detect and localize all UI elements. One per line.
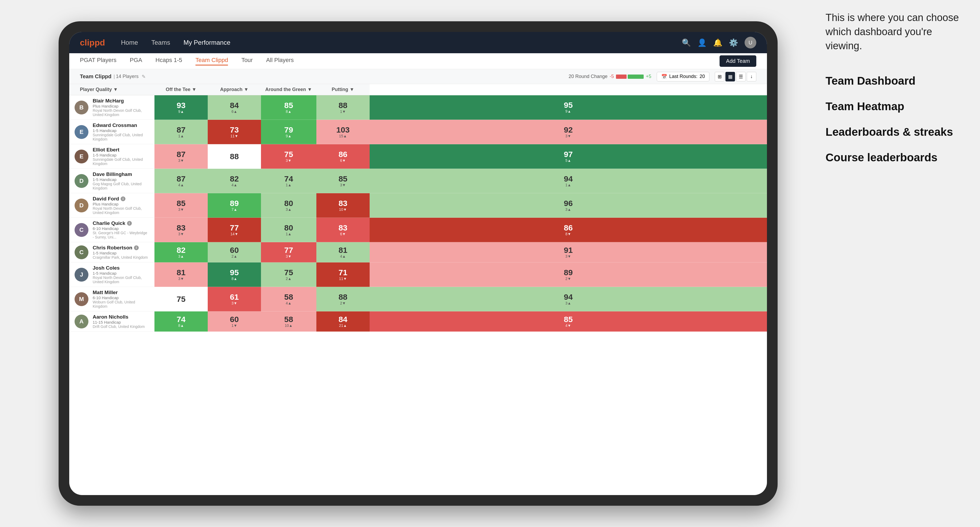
score-cell-3-1: 82 4▲ (208, 169, 261, 193)
col-header-player[interactable]: Player Quality ▼ (69, 84, 154, 95)
subnav-tour[interactable]: Tour (241, 57, 253, 65)
col-header-tee[interactable]: Off the Tee ▼ (154, 84, 208, 95)
score-box-9-3: 84 21▲ (317, 312, 370, 331)
subnav: PGAT Players PGA Hcaps 1-5 Team Clippd T… (69, 53, 767, 69)
player-cell-5[interactable]: C Charlie Quick i 6-10 Handicap St. Geor… (69, 218, 154, 242)
score-cell-5-3: 83 6▼ (317, 218, 370, 242)
score-cell-7-2: 75 2▲ (261, 262, 317, 287)
user-avatar[interactable]: U (745, 37, 756, 48)
score-change: 5▲ (565, 158, 571, 163)
score-number-0-1: 84 (230, 102, 239, 110)
edit-team-icon[interactable]: ✎ (142, 74, 146, 79)
score-box-2-0: 87 3▼ (154, 147, 208, 166)
team-separator: | (114, 74, 115, 79)
nav-link-home[interactable]: Home (121, 39, 138, 46)
score-number-7-0: 81 (177, 268, 185, 276)
nav-link-teams[interactable]: Teams (151, 39, 170, 46)
score-box-4-3: 83 10▼ (317, 196, 370, 215)
score-number-9-2: 58 (284, 316, 293, 323)
heatmap-view-button[interactable]: ▦ (725, 72, 735, 81)
subnav-hcaps[interactable]: Hcaps 1-5 (156, 57, 182, 65)
score-change: 4▲ (231, 183, 237, 187)
team-name: Team Clippd (80, 73, 111, 79)
annotation-area: This is where you can choose which dashb… (826, 11, 964, 177)
score-number-8-3: 88 (339, 293, 347, 301)
profile-icon[interactable]: 👤 (697, 38, 707, 47)
player-cell-6[interactable]: C Chris Robertson i 1-5 Handicap Craigmi… (69, 242, 154, 262)
add-team-button[interactable]: Add Team (719, 56, 756, 67)
nav-link-my-performance[interactable]: My Performance (183, 39, 231, 46)
score-change: 2▲ (286, 276, 291, 281)
subnav-team-clippd[interactable]: Team Clippd (196, 57, 228, 65)
col-header-approach[interactable]: Approach ▼ (208, 84, 261, 95)
score-change: 6▼ (340, 232, 346, 236)
bar-green (628, 75, 644, 79)
score-number-4-4: 96 (564, 199, 573, 207)
score-cell-8-1: 61 3▼ (208, 287, 261, 311)
round-change-text: 20 Round Change (568, 74, 608, 79)
score-cell-6-4: 91 3▼ (370, 242, 767, 262)
score-change: 8▲ (231, 276, 237, 281)
annotation-intro-text: This is where you can choose which dashb… (826, 11, 964, 53)
score-change: 1▲ (565, 183, 571, 187)
score-change: 11▼ (339, 276, 347, 281)
subnav-pga[interactable]: PGA (130, 57, 142, 65)
score-box-6-3: 81 4▲ (317, 243, 370, 262)
download-button[interactable]: ↓ (747, 72, 756, 81)
col-header-putting[interactable]: Putting ▼ (317, 84, 370, 95)
score-box-9-0: 74 8▲ (154, 312, 208, 331)
score-number-5-1: 77 (230, 224, 239, 232)
player-avatar-7: J (75, 268, 88, 282)
score-cell-3-4: 94 1▲ (370, 169, 767, 193)
player-name-9: Aaron Nicholls (93, 314, 145, 320)
player-cell-4[interactable]: D David Ford i Plus Handicap Royal North… (69, 193, 154, 218)
score-cell-2-4: 97 5▲ (370, 144, 767, 169)
score-number-5-3: 83 (339, 224, 347, 232)
subnav-pgat-players[interactable]: PGAT Players (80, 57, 116, 65)
score-box-5-2: 80 1▲ (261, 221, 317, 240)
main-content: Player Quality ▼ Off the Tee ▼ Approach … (69, 84, 767, 495)
table-wrapper[interactable]: Player Quality ▼ Off the Tee ▼ Approach … (69, 84, 767, 495)
player-handicap-2: 1-5 Handicap (93, 153, 149, 157)
score-cell-0-4: 95 9▲ (370, 95, 767, 120)
player-cell-7[interactable]: J Josh Coles 1-5 Handicap Royal North De… (69, 262, 154, 287)
score-number-4-1: 89 (230, 199, 239, 207)
score-change: 4▼ (565, 323, 571, 328)
score-number-8-2: 58 (284, 293, 293, 301)
subnav-all-players[interactable]: All Players (266, 57, 294, 65)
score-box-4-1: 89 7▲ (208, 196, 261, 215)
search-icon[interactable]: 🔍 (682, 38, 691, 47)
score-change: 3▼ (286, 254, 291, 259)
notification-icon[interactable]: 🔔 (713, 38, 722, 47)
score-cell-6-1: 60 2▲ (208, 242, 261, 262)
score-change: 3▼ (565, 254, 571, 259)
player-cell-9[interactable]: A Aaron Nicholls 11-15 Handicap Drift Go… (69, 311, 154, 332)
player-cell-3[interactable]: D Dave Billingham 1-5 Handicap Gog Magog… (69, 169, 154, 193)
settings-icon[interactable]: ⚙️ (729, 38, 738, 47)
score-box-9-1: 60 1▼ (208, 312, 261, 331)
player-name-2: Elliot Ebert (93, 147, 149, 153)
score-number-0-0: 93 (177, 102, 185, 110)
player-cell-0[interactable]: B Blair McHarg Plus Handicap Royal North… (69, 95, 154, 120)
score-number-2-3: 86 (339, 151, 347, 158)
table-row: C Chris Robertson i 1-5 Handicap Craigmi… (69, 242, 767, 262)
last-rounds-button[interactable]: 📅 Last Rounds: 20 (657, 72, 710, 81)
view-toggle: ⊞ ▦ ☰ ↓ (715, 72, 756, 81)
score-number-3-2: 74 (284, 175, 293, 183)
player-cell-8[interactable]: M Matt Miller 6-10 Handicap Woburn Golf … (69, 287, 154, 311)
player-cell-1[interactable]: E Edward Crossman 1-5 Handicap Sunningda… (69, 120, 154, 144)
score-change: 3▲ (178, 254, 184, 259)
score-number-6-4: 91 (564, 246, 573, 254)
score-change: 21▲ (339, 323, 347, 328)
score-box-7-1: 95 8▲ (208, 265, 261, 284)
score-box-7-0: 81 3▼ (154, 265, 208, 284)
player-cell-2[interactable]: E Elliot Ebert 1-5 Handicap Sunningdale … (69, 144, 154, 169)
col-header-around[interactable]: Around the Green ▼ (261, 84, 317, 95)
grid-view-button[interactable]: ⊞ (715, 72, 724, 81)
score-number-8-1: 61 (230, 293, 239, 301)
score-box-8-2: 58 4▲ (261, 290, 317, 309)
list-view-button[interactable]: ☰ (736, 72, 746, 81)
score-number-0-3: 88 (339, 102, 347, 110)
score-change: 3▼ (178, 232, 184, 236)
score-cell-0-1: 84 6▲ (208, 95, 261, 120)
